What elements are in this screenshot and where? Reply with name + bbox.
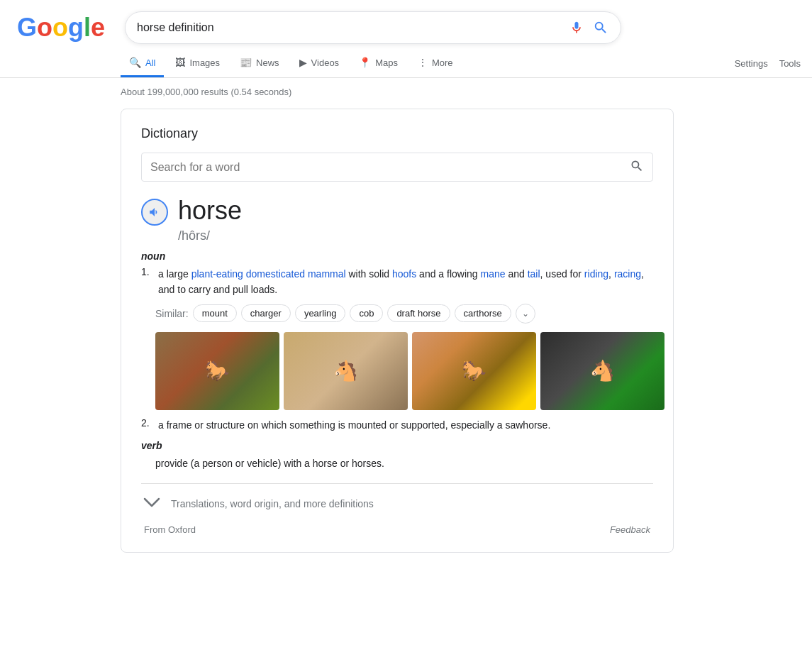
horse-image-3[interactable]: 🐎	[412, 332, 536, 410]
dictionary-search-input[interactable]	[150, 161, 630, 174]
feedback-button[interactable]: Feedback	[610, 524, 650, 535]
pos-verb: verb	[141, 440, 653, 451]
chevron-down-icon	[141, 495, 162, 513]
dictionary-card: Dictionary horse /hôrs/ noun 1. a large …	[121, 109, 674, 553]
word-text: horse	[178, 196, 242, 226]
similar-charger[interactable]: charger	[241, 304, 291, 322]
horse-image-2[interactable]: 🐴	[284, 332, 408, 410]
def-text-1: a large plant-eating domesticated mammal…	[158, 266, 653, 298]
dictionary-search-button[interactable]	[630, 159, 644, 175]
horse-images-row: 🐎 🐴 🐎 🐴	[155, 332, 653, 410]
maps-icon: 📍	[359, 57, 371, 68]
images-icon: 🖼	[175, 57, 185, 68]
def-text-verb: provide (a person or vehicle) with a hor…	[155, 456, 384, 471]
similar-label: Similar:	[155, 308, 189, 319]
horse-image-1[interactable]: 🐎	[155, 332, 279, 410]
nav-settings: Settings Tools	[735, 58, 812, 69]
link-mammal[interactable]: mammal	[308, 268, 346, 280]
similar-mount[interactable]: mount	[193, 304, 237, 322]
speaker-button[interactable]	[141, 199, 168, 226]
similar-row: Similar: mount charger yearling cob draf…	[155, 304, 653, 324]
tools-link[interactable]: Tools	[779, 58, 801, 69]
tab-more[interactable]: ⋮ More	[409, 50, 462, 77]
from-oxford: From Oxford	[144, 524, 196, 535]
similar-carthorse[interactable]: carthorse	[455, 304, 511, 322]
horse-image-4[interactable]: 🐴	[540, 332, 664, 410]
tab-maps[interactable]: 📍 Maps	[350, 50, 406, 77]
pos-noun: noun	[141, 250, 653, 262]
similar-yearling[interactable]: yearling	[295, 304, 346, 322]
google-logo[interactable]: Google	[17, 13, 105, 43]
similar-more-button[interactable]: ⌄	[516, 304, 535, 324]
translations-text: Translations, word origin, and more defi…	[171, 498, 374, 509]
definition-2-row: 2. a frame or structure on which somethi…	[141, 417, 653, 433]
videos-icon: ▶	[299, 57, 307, 68]
link-plant-eating[interactable]: plant-eating	[191, 268, 243, 280]
phonetic: /hôrs/	[178, 228, 653, 243]
def-number-2: 2.	[141, 417, 155, 433]
def-number-1: 1.	[141, 266, 155, 298]
similar-draft-horse[interactable]: draft horse	[387, 304, 450, 322]
dictionary-footer: From Oxford Feedback	[141, 524, 653, 535]
search-input[interactable]: horse definition	[137, 21, 569, 34]
tab-all[interactable]: 🔍 All	[121, 50, 164, 77]
link-racing[interactable]: racing	[614, 268, 641, 280]
link-mane[interactable]: mane	[481, 268, 506, 280]
tab-news[interactable]: 📰 News	[231, 50, 288, 77]
dictionary-search[interactable]	[141, 153, 653, 182]
link-domesticated[interactable]: domesticated	[246, 268, 305, 280]
microphone-icon[interactable]	[569, 21, 584, 35]
tab-images[interactable]: 🖼 Images	[167, 50, 228, 77]
tab-videos[interactable]: ▶ Videos	[291, 50, 348, 77]
news-icon: 📰	[240, 57, 252, 68]
more-icon: ⋮	[418, 57, 428, 68]
search-bar: horse definition	[125, 11, 621, 44]
word-row: horse	[141, 196, 653, 226]
results-info: About 199,000,000 results (0.54 seconds)	[0, 78, 812, 103]
link-hoofs[interactable]: hoofs	[392, 268, 416, 280]
link-riding[interactable]: riding	[584, 268, 608, 280]
nav-tabs: 🔍 All 🖼 Images 📰 News ▶ Videos 📍 Maps ⋮ …	[0, 44, 812, 78]
link-tail[interactable]: tail	[528, 268, 540, 280]
header: Google horse definition	[0, 0, 812, 44]
definition-1-row: 1. a large plant-eating domesticated mam…	[141, 266, 653, 298]
verb-definition-row: provide (a person or vehicle) with a hor…	[155, 456, 653, 471]
all-icon: 🔍	[129, 57, 141, 68]
translations-row[interactable]: Translations, word origin, and more defi…	[141, 483, 653, 516]
dictionary-title: Dictionary	[141, 126, 653, 141]
search-button[interactable]	[592, 19, 609, 36]
settings-link[interactable]: Settings	[735, 58, 768, 69]
def-text-2: a frame or structure on which something …	[158, 417, 550, 433]
similar-cob[interactable]: cob	[350, 304, 383, 322]
